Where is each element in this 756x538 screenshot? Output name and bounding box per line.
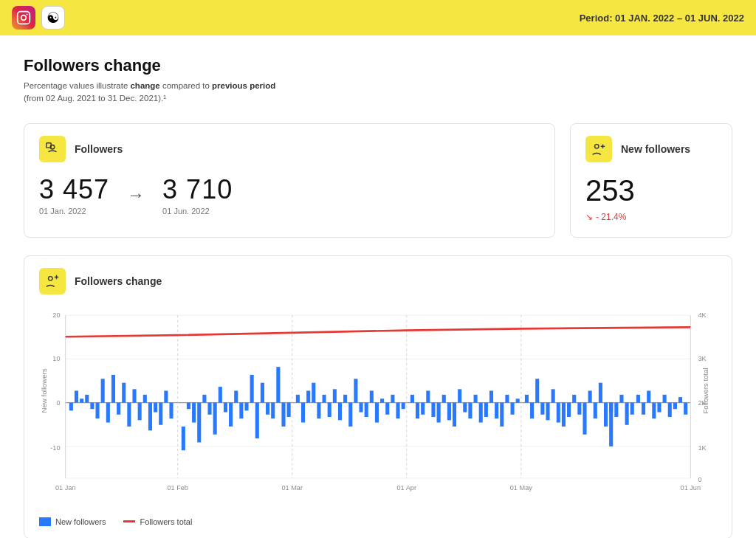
svg-rect-99 [385, 402, 389, 414]
svg-text:01 Apr: 01 Apr [397, 483, 417, 491]
svg-rect-67 [213, 402, 217, 434]
legend-bar-item: New followers [39, 517, 106, 526]
svg-rect-124 [525, 394, 529, 402]
svg-rect-109 [442, 394, 446, 402]
svg-rect-137 [594, 402, 597, 418]
header: ☯ Period: 01 JAN. 2022 – 01 JUN. 2022 [0, 0, 756, 35]
svg-rect-65 [202, 394, 206, 402]
svg-text:New followers: New followers [40, 368, 48, 413]
svg-point-9 [49, 276, 53, 280]
svg-rect-87 [323, 394, 326, 402]
svg-rect-111 [453, 402, 456, 426]
svg-rect-75 [255, 402, 259, 438]
svg-rect-90 [338, 402, 342, 420]
svg-rect-89 [333, 389, 337, 402]
svg-rect-123 [516, 399, 520, 402]
svg-rect-132 [567, 402, 571, 416]
svg-rect-104 [416, 402, 419, 418]
svg-rect-76 [261, 382, 264, 402]
svg-rect-81 [287, 402, 291, 416]
instagram-icon [12, 6, 35, 30]
svg-rect-80 [281, 402, 285, 426]
svg-rect-0 [18, 12, 30, 24]
svg-rect-115 [474, 394, 478, 402]
svg-rect-155 [684, 402, 687, 414]
chart-title: Followers change [75, 275, 162, 287]
svg-rect-102 [402, 402, 405, 409]
followers-end-value: 3 710 [162, 174, 233, 205]
svg-rect-74 [250, 374, 254, 402]
followers-start-value: 3 457 [39, 174, 109, 205]
svg-rect-56 [148, 402, 152, 430]
svg-rect-130 [557, 402, 560, 422]
svg-rect-68 [219, 387, 222, 403]
subtitle-end: (from 02 Aug. 2021 to 31 Dec. 2021).¹ [24, 94, 166, 103]
new-followers-card-header: New followers [585, 136, 717, 162]
svg-rect-106 [426, 390, 430, 402]
svg-rect-50 [117, 402, 120, 414]
svg-rect-52 [127, 402, 131, 426]
svg-text:01 Feb: 01 Feb [167, 483, 188, 491]
svg-rect-105 [421, 402, 425, 414]
svg-rect-127 [540, 402, 544, 414]
svg-rect-53 [132, 389, 136, 402]
subtitle-plain: Percentage values illustrate [24, 81, 130, 90]
svg-rect-91 [343, 394, 347, 402]
svg-rect-46 [96, 402, 100, 418]
svg-rect-107 [431, 402, 435, 416]
svg-rect-59 [164, 390, 168, 402]
svg-rect-73 [244, 402, 248, 410]
svg-rect-84 [306, 390, 310, 402]
svg-rect-131 [562, 402, 566, 426]
header-icons: ☯ [12, 6, 65, 30]
svg-rect-154 [678, 397, 682, 403]
chart-header: Followers change [39, 268, 717, 294]
followers-card: Followers 3 457 01 Jan. 2022 → 3 710 01 … [24, 123, 555, 238]
svg-rect-45 [90, 402, 94, 409]
arrow-right-icon: → [127, 184, 145, 205]
svg-rect-136 [588, 390, 592, 402]
chart-svg: 20 10 0 -10 4K 3K 2K 1K 0 New followers … [39, 303, 717, 510]
svg-rect-69 [224, 402, 227, 412]
svg-rect-86 [317, 402, 320, 418]
followers-end-group: 3 710 01 Jun. 2022 [162, 174, 233, 215]
svg-rect-72 [239, 402, 243, 418]
svg-text:01 Jan: 01 Jan [55, 483, 76, 491]
svg-rect-88 [328, 402, 331, 416]
svg-rect-100 [391, 394, 394, 402]
svg-rect-142 [619, 394, 623, 402]
svg-rect-116 [479, 402, 483, 422]
svg-rect-122 [511, 402, 515, 414]
svg-rect-128 [546, 402, 549, 420]
followers-values: 3 457 01 Jan. 2022 → 3 710 01 Jun. 2022 [39, 174, 540, 215]
svg-text:1K: 1K [698, 443, 707, 451]
svg-rect-77 [266, 402, 269, 414]
svg-rect-113 [463, 402, 467, 412]
svg-text:01 May: 01 May [510, 483, 532, 491]
new-followers-change: ↘ - 21.4% [585, 212, 717, 222]
svg-text:3K: 3K [698, 354, 707, 362]
new-followers-card: New followers 253 ↘ - 21.4% [570, 123, 732, 238]
subtitle-bold1: change [130, 81, 159, 90]
subtitle-bold2: previous period [212, 81, 275, 90]
svg-rect-82 [296, 394, 300, 402]
svg-rect-101 [396, 402, 399, 418]
followers-end-date: 01 Jun. 2022 [162, 207, 233, 215]
svg-rect-120 [500, 402, 504, 426]
svg-rect-117 [484, 402, 488, 416]
svg-rect-51 [122, 382, 126, 402]
svg-rect-125 [530, 402, 534, 418]
svg-point-1 [21, 15, 27, 21]
svg-rect-108 [437, 402, 441, 422]
trend-down-icon: ↘ [585, 212, 593, 222]
svg-rect-49 [111, 374, 115, 402]
svg-rect-98 [380, 399, 384, 402]
svg-text:0: 0 [56, 398, 60, 406]
legend-line-label: Followers total [140, 517, 192, 526]
svg-rect-135 [583, 402, 586, 434]
yin-yang-icon: ☯ [41, 6, 65, 30]
period-text: Period: 01 JAN. 2022 – 01 JUN. 2022 [580, 13, 744, 24]
followers-icon [39, 136, 66, 162]
chart-container: 20 10 0 -10 4K 3K 2K 1K 0 New followers … [39, 303, 717, 510]
svg-rect-71 [234, 390, 238, 402]
